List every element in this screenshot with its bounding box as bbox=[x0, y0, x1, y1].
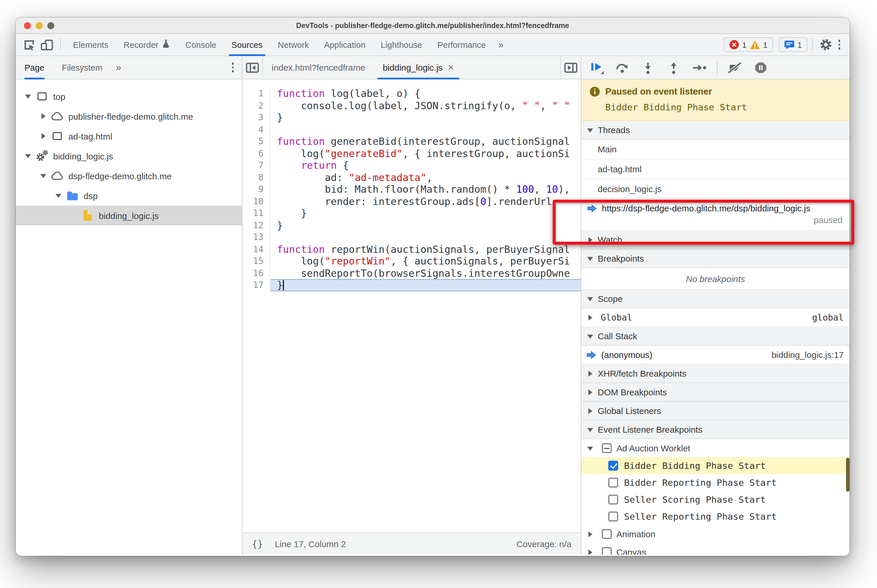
inspect-element-button[interactable] bbox=[20, 36, 38, 53]
line-number[interactable]: 9 bbox=[242, 183, 271, 195]
breakpoint-group-canvas[interactable]: Canvas bbox=[581, 543, 850, 555]
step-button[interactable] bbox=[691, 59, 707, 76]
chevron-down-icon bbox=[586, 425, 594, 434]
tree-item-ad-tag-html[interactable]: ad-tag.html bbox=[16, 126, 242, 146]
watch-section-header[interactable]: Watch bbox=[581, 231, 850, 249]
xhr-breakpoints-section-header[interactable]: XHR/fetch Breakpoints bbox=[581, 364, 850, 383]
scope-section-header[interactable]: Scope bbox=[581, 290, 850, 308]
line-number[interactable]: 6 bbox=[242, 147, 271, 159]
tree-item-top[interactable]: top bbox=[16, 86, 242, 106]
scrollbar-thumb[interactable] bbox=[846, 458, 850, 492]
open-file-tab-menu-button[interactable] bbox=[561, 56, 581, 79]
line-number[interactable]: 7 bbox=[242, 159, 271, 171]
thread-decision-logic-js[interactable]: decision_logic.js bbox=[581, 179, 850, 199]
global-listeners-section-header[interactable]: Global Listeners bbox=[581, 402, 850, 420]
threads-section-header[interactable]: Threads bbox=[581, 121, 850, 140]
checkbox-ad-auction-worklet[interactable] bbox=[602, 443, 612, 453]
code-token: , bbox=[540, 99, 552, 111]
line-number[interactable]: 5 bbox=[242, 135, 271, 147]
line-number[interactable]: 15 bbox=[242, 255, 271, 267]
pretty-print-button[interactable]: {} bbox=[252, 538, 263, 549]
step-over-button[interactable] bbox=[614, 59, 630, 76]
issues-badge[interactable]: 1 bbox=[779, 38, 807, 52]
breakpoint-seller-scoring-phase-start[interactable]: Seller Scoring Phase Start bbox=[581, 491, 850, 508]
chevron-down-icon bbox=[586, 295, 594, 303]
tree-item-publisher-fledge-demo-glitch-me[interactable]: publisher-fledge-demo.glitch.me bbox=[16, 106, 242, 126]
line-number[interactable]: 10 bbox=[242, 195, 271, 207]
event-listener-breakpoints-section-header[interactable]: Event Listener Breakpoints bbox=[581, 420, 850, 439]
checkbox-canvas[interactable] bbox=[602, 547, 612, 555]
breakpoints-section-header[interactable]: Breakpoints bbox=[581, 249, 850, 268]
editor-tabs: index.html?fencedframebidding_logic.js× bbox=[263, 56, 462, 79]
scope-global-row[interactable]: Global global bbox=[581, 308, 850, 327]
tree-item-bidding-logic-js[interactable]: bidding_logic.js bbox=[16, 146, 242, 166]
resume-button[interactable] bbox=[588, 59, 605, 76]
deactivate-breakpoints-button[interactable] bbox=[727, 59, 743, 76]
tree-item-dsp-fledge-demo-glitch-me[interactable]: dsp-fledge-demo.glitch.me bbox=[16, 166, 242, 186]
checkbox-bidder-bidding-phase-start[interactable] bbox=[608, 461, 618, 471]
scope-section-label: Scope bbox=[598, 294, 623, 304]
checkbox-animation[interactable] bbox=[602, 529, 612, 539]
settings-button[interactable] bbox=[817, 36, 835, 53]
line-number[interactable]: 2 bbox=[242, 99, 271, 111]
breakpoint-seller-reporting-phase-start[interactable]: Seller Reporting Phase Start bbox=[581, 508, 850, 525]
breakpoint-bidder-bidding-phase-start[interactable]: Bidder Bidding Phase Start bbox=[581, 457, 850, 474]
step-into-button[interactable] bbox=[640, 59, 656, 76]
code-line-16: 16 sendReportTo(browserSignals.interestG… bbox=[242, 267, 581, 279]
scope-value: global bbox=[812, 312, 844, 322]
chevron-down-icon bbox=[586, 444, 594, 452]
devtools-menu-button[interactable] bbox=[838, 40, 840, 50]
pause-on-exceptions-icon bbox=[754, 61, 768, 74]
line-number[interactable]: 14 bbox=[242, 243, 271, 255]
breakpoint-group-ad-auction-worklet[interactable]: Ad Auction Worklet bbox=[581, 439, 850, 457]
errors-warnings-badge[interactable]: 1 1 bbox=[724, 38, 773, 52]
checkbox-seller-scoring-phase-start[interactable] bbox=[608, 495, 618, 504]
sidebar-tab-page[interactable]: Page bbox=[24, 56, 44, 79]
call-stack-frame[interactable]: (anonymous) bidding_logic.js:17 bbox=[581, 346, 850, 364]
line-number[interactable]: 8 bbox=[242, 171, 271, 183]
tree-item-dsp[interactable]: dsp bbox=[16, 186, 242, 206]
device-toolbar-button[interactable] bbox=[38, 36, 56, 53]
panel-right-icon bbox=[564, 62, 578, 73]
line-number[interactable]: 3 bbox=[242, 111, 271, 123]
line-number[interactable]: 17 bbox=[242, 279, 271, 291]
pause-on-exceptions-button[interactable] bbox=[752, 59, 769, 76]
step-into-icon bbox=[642, 61, 654, 74]
breakpoint-group-animation[interactable]: Animation bbox=[581, 525, 850, 543]
show-navigator-button[interactable] bbox=[242, 56, 262, 79]
tab-console[interactable]: Console bbox=[184, 34, 217, 56]
dom-breakpoints-section-header[interactable]: DOM Breakpoints bbox=[581, 383, 850, 402]
more-panels-button[interactable]: » bbox=[498, 39, 504, 51]
call-stack-section-header[interactable]: Call Stack bbox=[581, 327, 850, 346]
line-number[interactable]: 4 bbox=[242, 123, 271, 135]
navigator-menu-button[interactable] bbox=[232, 63, 234, 72]
chevron-right-icon bbox=[39, 112, 47, 120]
sidebar-tab-filesystem[interactable]: Filesystem bbox=[62, 56, 102, 79]
file-tab-index-html-fencedframe[interactable]: index.html?fencedframe bbox=[263, 56, 374, 79]
tab-sources[interactable]: Sources bbox=[230, 34, 264, 56]
line-number[interactable]: 13 bbox=[242, 231, 271, 243]
code-token: bid: Math.floor(Math.random() * bbox=[277, 183, 516, 195]
paused-thread-row[interactable]: https://dsp-fledge-demo.glitch.me/dsp/bi… bbox=[581, 199, 850, 231]
file-tab-bidding-logic-js[interactable]: bidding_logic.js× bbox=[374, 56, 462, 79]
more-navigator-tabs-button[interactable]: » bbox=[116, 62, 121, 73]
thread-ad-tag-html[interactable]: ad-tag.html bbox=[581, 159, 850, 179]
tab-application[interactable]: Application bbox=[323, 34, 367, 56]
line-number[interactable]: 12 bbox=[242, 219, 271, 231]
tab-network[interactable]: Network bbox=[277, 34, 310, 56]
thread-main[interactable]: Main bbox=[581, 140, 850, 159]
checkbox-bidder-reporting-phase-start[interactable] bbox=[608, 478, 618, 488]
breakpoint-bidder-reporting-phase-start[interactable]: Bidder Reporting Phase Start bbox=[581, 474, 850, 491]
tab-performance[interactable]: Performance bbox=[436, 34, 487, 56]
tab-lighthouse[interactable]: Lighthouse bbox=[379, 34, 423, 56]
tree-item-bidding-logic-js[interactable]: bidding_logic.js bbox=[16, 206, 242, 225]
line-content bbox=[271, 231, 581, 243]
tab-recorder[interactable]: Recorder bbox=[122, 34, 171, 56]
line-number[interactable]: 1 bbox=[242, 88, 271, 99]
close-icon[interactable]: × bbox=[448, 62, 454, 73]
line-number[interactable]: 16 bbox=[242, 267, 271, 279]
line-number[interactable]: 11 bbox=[242, 207, 271, 219]
step-out-button[interactable] bbox=[665, 59, 682, 76]
checkbox-seller-reporting-phase-start[interactable] bbox=[608, 512, 618, 521]
tab-elements[interactable]: Elements bbox=[72, 34, 110, 56]
